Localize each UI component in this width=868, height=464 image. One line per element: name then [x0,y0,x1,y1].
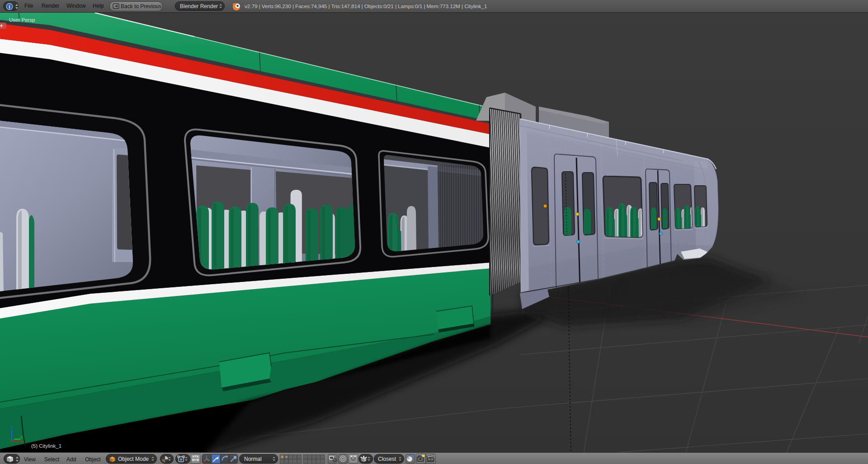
svg-text:(5) Citylink_1: (5) Citylink_1 [31,443,61,449]
svg-text:x: x [21,439,24,444]
svg-text:User Persp: User Persp [9,17,35,23]
svg-text:i: i [9,5,10,9]
svg-text:y: y [20,435,23,439]
svg-text:z: z [11,424,13,429]
